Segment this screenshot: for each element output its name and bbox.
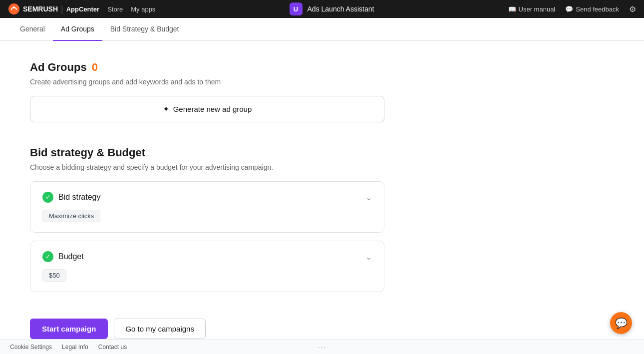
budget-header-left: ✓ Budget	[42, 251, 84, 262]
ad-groups-title: Ad Groups 0	[30, 61, 419, 74]
app-title: Ads Launch Assistant	[308, 5, 374, 13]
bid-strategy-check-icon: ✓	[42, 192, 53, 203]
start-campaign-button[interactable]: Start campaign	[30, 319, 108, 339]
bid-strategy-label: Bid strategy	[58, 193, 100, 202]
generate-ad-group-button[interactable]: ✦ Generate new ad group	[30, 96, 384, 122]
bid-section-title: Bid strategy & Budget	[30, 146, 419, 159]
secondary-navigation: General Ad Groups Bid Strategy & Budget	[0, 18, 644, 41]
chat-icon: 💬	[615, 317, 628, 329]
contact-us-link[interactable]: Contact us	[98, 344, 127, 351]
budget-check-icon: ✓	[42, 251, 53, 262]
bid-strategy-chevron-icon: ⌄	[365, 193, 372, 202]
bid-strategy-header-left: ✓ Bid strategy	[42, 192, 100, 203]
bid-strategy-value-tag: Maximize clicks	[42, 210, 100, 222]
book-icon: 📖	[508, 5, 516, 13]
bottom-dots: ···	[318, 343, 326, 351]
brand-logo[interactable]: SEMRUSH | AppCenter	[8, 3, 99, 15]
bid-strategy-card: ✓ Bid strategy ⌄ Maximize clicks	[30, 181, 384, 233]
topnav-right-area: 📖 User manual 💬 Send feedback ⚙	[508, 4, 636, 14]
app-title-area: U Ads Launch Assistant	[163, 2, 500, 15]
generate-icon: ✦	[163, 104, 169, 114]
send-feedback-link[interactable]: 💬 Send feedback	[565, 5, 619, 13]
budget-value-tag: $50	[42, 269, 66, 282]
tab-ad-groups[interactable]: Ad Groups	[53, 18, 102, 41]
app-icon: U	[290, 2, 303, 15]
brand-divider: |	[61, 4, 63, 13]
ad-groups-count: 0	[92, 61, 98, 74]
svg-point-0	[8, 3, 19, 14]
budget-card: ✓ Budget ⌄ $50	[30, 241, 384, 292]
main-content: Ad Groups 0 Create advertising groups an…	[0, 41, 449, 354]
tab-general[interactable]: General	[12, 18, 53, 41]
cookie-settings-link[interactable]: Cookie Settings	[10, 344, 52, 351]
top-navigation: SEMRUSH | AppCenter Store My apps U Ads …	[0, 0, 644, 18]
myapps-link[interactable]: My apps	[131, 5, 155, 13]
ad-groups-description: Create advertising groups and add keywor…	[30, 78, 419, 86]
svg-point-1	[13, 6, 15, 8]
settings-gear-icon[interactable]: ⚙	[629, 4, 636, 14]
user-manual-link[interactable]: 📖 User manual	[508, 5, 556, 13]
appcenter-label: AppCenter	[66, 5, 99, 13]
budget-card-header[interactable]: ✓ Budget ⌄	[42, 251, 372, 262]
bottom-bar: Cookie Settings Legal Info Contact us ··…	[0, 339, 644, 354]
legal-info-link[interactable]: Legal Info	[62, 344, 88, 351]
chat-fab-button[interactable]: 💬	[610, 312, 632, 334]
bid-section-description: Choose a bidding strategy and specify a …	[30, 163, 419, 171]
budget-chevron-icon: ⌄	[365, 252, 372, 262]
budget-label: Budget	[58, 252, 84, 261]
tab-bid-strategy-budget[interactable]: Bid Strategy & Budget	[102, 18, 187, 41]
store-link[interactable]: Store	[107, 5, 123, 13]
bid-strategy-budget-section: Bid strategy & Budget Choose a bidding s…	[30, 146, 419, 292]
go-to-campaigns-button[interactable]: Go to my campaigns	[114, 319, 206, 339]
ad-groups-section: Ad Groups 0 Create advertising groups an…	[30, 61, 419, 122]
footer-actions: Start campaign Go to my campaigns	[30, 319, 206, 339]
brand-name: SEMRUSH	[23, 5, 58, 13]
feedback-icon: 💬	[565, 5, 573, 13]
bid-strategy-card-header[interactable]: ✓ Bid strategy ⌄	[42, 192, 372, 203]
